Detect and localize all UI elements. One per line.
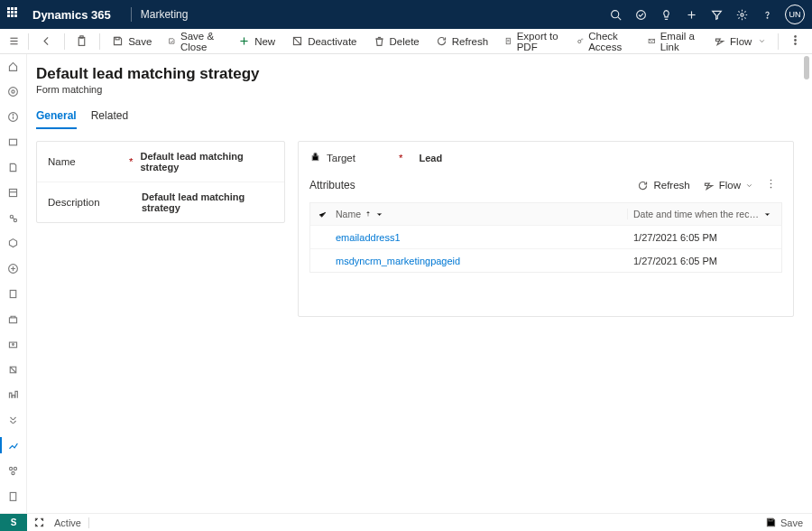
nav-item-6[interactable] — [0, 184, 27, 200]
nav-item-12[interactable] — [0, 336, 27, 352]
svg-point-0 — [611, 10, 618, 17]
left-nav — [0, 54, 27, 513]
module-label[interactable]: Marketing — [141, 8, 189, 21]
nav-item-7[interactable] — [0, 210, 27, 226]
svg-rect-50 — [312, 156, 318, 161]
nav-info[interactable] — [0, 108, 27, 125]
export-pdf-button[interactable]: Export to PDF — [498, 31, 567, 52]
help-icon[interactable] — [754, 2, 780, 27]
field-name[interactable]: Name * Default lead matching strategy — [37, 142, 284, 182]
add-icon[interactable] — [678, 2, 704, 27]
svg-point-52 — [770, 183, 772, 185]
nav-item-8[interactable] — [0, 235, 27, 251]
required-marker: * — [129, 156, 133, 167]
svg-point-47 — [14, 467, 16, 470]
delete-button[interactable]: Delete — [367, 31, 426, 52]
field-target[interactable]: Target * Lead — [299, 142, 793, 168]
row-name-link[interactable]: msdyncrm_marketingpageid — [310, 256, 628, 266]
row-date: 1/27/2021 6:05 PM — [628, 232, 781, 243]
email-link-button[interactable]: Email a Link — [641, 31, 704, 52]
svg-rect-13 — [115, 37, 119, 39]
svg-rect-41 — [10, 290, 16, 297]
svg-point-44 — [13, 343, 14, 345]
tab-related[interactable]: Related — [91, 104, 128, 129]
grid-row[interactable]: emailaddress1 1/27/2021 6:05 PM — [310, 225, 781, 248]
clipboard-button[interactable] — [69, 31, 94, 52]
page-subtitle: Form matching — [36, 84, 794, 95]
svg-point-51 — [770, 180, 772, 182]
svg-rect-35 — [9, 189, 16, 196]
nav-item-5[interactable] — [0, 159, 27, 175]
grid-row[interactable]: msdyncrm_marketingpageid 1/27/2021 6:05 … — [310, 248, 781, 272]
chevron-down-icon — [375, 210, 383, 219]
svg-point-53 — [770, 187, 772, 189]
nav-item-13[interactable] — [0, 361, 27, 377]
flow-button[interactable]: Flow — [707, 31, 772, 52]
nav-item-10[interactable] — [0, 285, 27, 302]
svg-point-26 — [795, 35, 797, 37]
nav-divider — [131, 7, 132, 22]
new-button[interactable]: New — [232, 31, 281, 52]
attributes-flow-button[interactable]: Flow — [697, 175, 760, 195]
svg-rect-42 — [9, 317, 16, 322]
task-icon[interactable] — [628, 2, 653, 27]
grid-select-all[interactable] — [310, 209, 334, 220]
svg-rect-54 — [769, 518, 772, 520]
nav-item-11[interactable] — [0, 311, 27, 327]
required-marker: * — [399, 153, 402, 163]
save-close-button[interactable]: Save & Close — [161, 31, 228, 52]
svg-point-2 — [636, 10, 645, 19]
status-box[interactable]: S — [0, 514, 27, 532]
field-description[interactable]: Description Default lead matching strate… — [37, 182, 284, 222]
grid-header: Name Date and time when the record was c… — [310, 203, 781, 225]
nav-item-4[interactable] — [0, 134, 27, 150]
status-active: Active — [51, 517, 85, 528]
svg-line-1 — [617, 16, 620, 19]
tab-general[interactable]: General — [36, 104, 77, 129]
row-name-link[interactable]: emailaddress1 — [310, 232, 628, 243]
field-target-value: Lead — [410, 153, 782, 163]
nav-item-9[interactable] — [0, 260, 27, 276]
svg-point-48 — [12, 471, 14, 474]
main-content: Default lead matching strategy Form matc… — [27, 54, 812, 513]
nav-item-15[interactable] — [0, 412, 27, 428]
expand-icon[interactable] — [27, 517, 51, 528]
tabs: General Related — [36, 104, 794, 130]
svg-point-7 — [767, 17, 768, 18]
sort-up-icon — [364, 210, 372, 218]
search-icon[interactable] — [603, 2, 628, 27]
refresh-button[interactable]: Refresh — [429, 31, 494, 52]
app-launcher-icon[interactable] — [7, 7, 22, 22]
nav-home[interactable] — [0, 58, 27, 74]
command-bar: Save Save & Close New Deactivate Delete … — [0, 29, 812, 54]
attributes-card: Target * Lead Attributes Refresh Flow N — [298, 141, 794, 317]
gear-icon[interactable] — [729, 2, 754, 27]
svg-point-6 — [740, 13, 743, 15]
attributes-refresh-button[interactable]: Refresh — [631, 175, 696, 195]
nav-settings[interactable] — [0, 83, 27, 99]
nav-item-18[interactable] — [0, 488, 27, 504]
more-commands-button[interactable] — [784, 34, 807, 49]
lock-icon — [309, 151, 321, 164]
hamburger-icon[interactable] — [5, 35, 23, 47]
scrollbar[interactable] — [804, 54, 809, 513]
nav-item-active[interactable] — [0, 437, 27, 453]
avatar[interactable]: UN — [785, 5, 805, 24]
save-button[interactable]: Save — [106, 31, 158, 52]
grid-col-date[interactable]: Date and time when the record was create… — [628, 209, 781, 219]
filter-icon[interactable] — [704, 2, 729, 27]
back-button[interactable] — [34, 31, 59, 52]
nav-item-14[interactable] — [0, 387, 27, 403]
lightbulb-icon[interactable] — [653, 2, 678, 27]
attributes-more-button[interactable] — [760, 178, 782, 192]
check-access-button[interactable]: Check Access — [570, 31, 639, 52]
svg-point-28 — [795, 42, 797, 44]
status-bar: S Active Save — [0, 513, 812, 531]
svg-point-30 — [9, 87, 18, 96]
deactivate-button[interactable]: Deactivate — [285, 31, 363, 52]
grid-col-name[interactable]: Name — [334, 209, 628, 219]
svg-rect-49 — [10, 492, 16, 500]
status-save-button[interactable]: Save — [756, 517, 812, 528]
nav-item-17[interactable] — [0, 462, 27, 479]
svg-point-33 — [13, 114, 14, 115]
